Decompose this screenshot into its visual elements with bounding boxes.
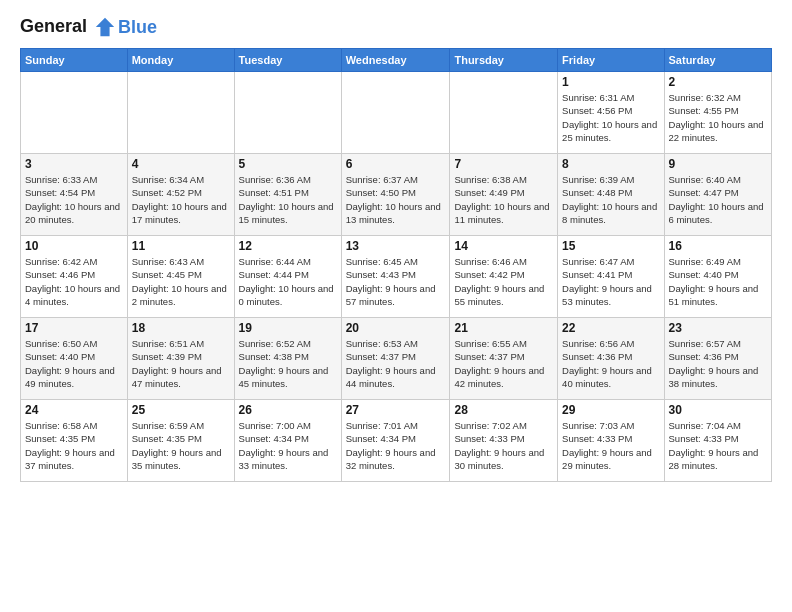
day-info: Sunrise: 6:33 AM Sunset: 4:54 PM Dayligh… <box>25 173 123 226</box>
day-header-saturday: Saturday <box>664 49 771 72</box>
calendar: SundayMondayTuesdayWednesdayThursdayFrid… <box>20 48 772 482</box>
calendar-cell: 27Sunrise: 7:01 AM Sunset: 4:34 PM Dayli… <box>341 400 450 482</box>
day-info: Sunrise: 6:55 AM Sunset: 4:37 PM Dayligh… <box>454 337 553 390</box>
calendar-header-row: SundayMondayTuesdayWednesdayThursdayFrid… <box>21 49 772 72</box>
day-info: Sunrise: 6:34 AM Sunset: 4:52 PM Dayligh… <box>132 173 230 226</box>
day-number: 23 <box>669 321 767 335</box>
day-info: Sunrise: 7:03 AM Sunset: 4:33 PM Dayligh… <box>562 419 659 472</box>
calendar-cell: 1Sunrise: 6:31 AM Sunset: 4:56 PM Daylig… <box>558 72 664 154</box>
day-header-monday: Monday <box>127 49 234 72</box>
calendar-cell: 30Sunrise: 7:04 AM Sunset: 4:33 PM Dayli… <box>664 400 771 482</box>
calendar-cell: 2Sunrise: 6:32 AM Sunset: 4:55 PM Daylig… <box>664 72 771 154</box>
calendar-cell: 23Sunrise: 6:57 AM Sunset: 4:36 PM Dayli… <box>664 318 771 400</box>
day-number: 10 <box>25 239 123 253</box>
day-header-wednesday: Wednesday <box>341 49 450 72</box>
day-number: 4 <box>132 157 230 171</box>
day-number: 7 <box>454 157 553 171</box>
calendar-week-1: 1Sunrise: 6:31 AM Sunset: 4:56 PM Daylig… <box>21 72 772 154</box>
calendar-cell: 25Sunrise: 6:59 AM Sunset: 4:35 PM Dayli… <box>127 400 234 482</box>
svg-marker-0 <box>96 18 114 36</box>
day-info: Sunrise: 7:02 AM Sunset: 4:33 PM Dayligh… <box>454 419 553 472</box>
day-number: 30 <box>669 403 767 417</box>
day-number: 8 <box>562 157 659 171</box>
day-number: 9 <box>669 157 767 171</box>
day-number: 12 <box>239 239 337 253</box>
calendar-cell: 22Sunrise: 6:56 AM Sunset: 4:36 PM Dayli… <box>558 318 664 400</box>
logo-blue: Blue <box>118 17 157 38</box>
calendar-cell <box>21 72 128 154</box>
day-info: Sunrise: 6:53 AM Sunset: 4:37 PM Dayligh… <box>346 337 446 390</box>
day-info: Sunrise: 6:40 AM Sunset: 4:47 PM Dayligh… <box>669 173 767 226</box>
calendar-week-4: 17Sunrise: 6:50 AM Sunset: 4:40 PM Dayli… <box>21 318 772 400</box>
day-info: Sunrise: 7:04 AM Sunset: 4:33 PM Dayligh… <box>669 419 767 472</box>
calendar-cell <box>450 72 558 154</box>
day-info: Sunrise: 6:58 AM Sunset: 4:35 PM Dayligh… <box>25 419 123 472</box>
day-info: Sunrise: 6:47 AM Sunset: 4:41 PM Dayligh… <box>562 255 659 308</box>
day-number: 25 <box>132 403 230 417</box>
calendar-cell: 6Sunrise: 6:37 AM Sunset: 4:50 PM Daylig… <box>341 154 450 236</box>
day-header-sunday: Sunday <box>21 49 128 72</box>
day-number: 17 <box>25 321 123 335</box>
day-number: 28 <box>454 403 553 417</box>
day-header-friday: Friday <box>558 49 664 72</box>
logo: General Blue <box>20 16 157 38</box>
day-info: Sunrise: 6:39 AM Sunset: 4:48 PM Dayligh… <box>562 173 659 226</box>
calendar-cell <box>234 72 341 154</box>
day-info: Sunrise: 6:49 AM Sunset: 4:40 PM Dayligh… <box>669 255 767 308</box>
logo-general: General <box>20 16 87 36</box>
calendar-cell: 5Sunrise: 6:36 AM Sunset: 4:51 PM Daylig… <box>234 154 341 236</box>
calendar-cell: 13Sunrise: 6:45 AM Sunset: 4:43 PM Dayli… <box>341 236 450 318</box>
day-info: Sunrise: 6:36 AM Sunset: 4:51 PM Dayligh… <box>239 173 337 226</box>
day-header-tuesday: Tuesday <box>234 49 341 72</box>
day-number: 2 <box>669 75 767 89</box>
day-number: 5 <box>239 157 337 171</box>
calendar-cell: 21Sunrise: 6:55 AM Sunset: 4:37 PM Dayli… <box>450 318 558 400</box>
day-info: Sunrise: 6:52 AM Sunset: 4:38 PM Dayligh… <box>239 337 337 390</box>
header: General Blue <box>20 16 772 38</box>
calendar-cell: 7Sunrise: 6:38 AM Sunset: 4:49 PM Daylig… <box>450 154 558 236</box>
calendar-cell: 10Sunrise: 6:42 AM Sunset: 4:46 PM Dayli… <box>21 236 128 318</box>
day-info: Sunrise: 6:46 AM Sunset: 4:42 PM Dayligh… <box>454 255 553 308</box>
day-number: 11 <box>132 239 230 253</box>
day-info: Sunrise: 6:31 AM Sunset: 4:56 PM Dayligh… <box>562 91 659 144</box>
day-info: Sunrise: 6:42 AM Sunset: 4:46 PM Dayligh… <box>25 255 123 308</box>
day-info: Sunrise: 7:00 AM Sunset: 4:34 PM Dayligh… <box>239 419 337 472</box>
day-number: 6 <box>346 157 446 171</box>
day-info: Sunrise: 6:57 AM Sunset: 4:36 PM Dayligh… <box>669 337 767 390</box>
calendar-cell: 24Sunrise: 6:58 AM Sunset: 4:35 PM Dayli… <box>21 400 128 482</box>
day-info: Sunrise: 6:32 AM Sunset: 4:55 PM Dayligh… <box>669 91 767 144</box>
calendar-cell: 8Sunrise: 6:39 AM Sunset: 4:48 PM Daylig… <box>558 154 664 236</box>
calendar-cell: 19Sunrise: 6:52 AM Sunset: 4:38 PM Dayli… <box>234 318 341 400</box>
day-number: 13 <box>346 239 446 253</box>
day-number: 15 <box>562 239 659 253</box>
calendar-cell: 16Sunrise: 6:49 AM Sunset: 4:40 PM Dayli… <box>664 236 771 318</box>
day-info: Sunrise: 6:59 AM Sunset: 4:35 PM Dayligh… <box>132 419 230 472</box>
calendar-cell: 11Sunrise: 6:43 AM Sunset: 4:45 PM Dayli… <box>127 236 234 318</box>
day-info: Sunrise: 7:01 AM Sunset: 4:34 PM Dayligh… <box>346 419 446 472</box>
calendar-week-5: 24Sunrise: 6:58 AM Sunset: 4:35 PM Dayli… <box>21 400 772 482</box>
day-number: 27 <box>346 403 446 417</box>
day-info: Sunrise: 6:56 AM Sunset: 4:36 PM Dayligh… <box>562 337 659 390</box>
calendar-cell: 20Sunrise: 6:53 AM Sunset: 4:37 PM Dayli… <box>341 318 450 400</box>
day-number: 22 <box>562 321 659 335</box>
day-info: Sunrise: 6:37 AM Sunset: 4:50 PM Dayligh… <box>346 173 446 226</box>
day-number: 29 <box>562 403 659 417</box>
day-number: 18 <box>132 321 230 335</box>
calendar-week-3: 10Sunrise: 6:42 AM Sunset: 4:46 PM Dayli… <box>21 236 772 318</box>
calendar-cell: 14Sunrise: 6:46 AM Sunset: 4:42 PM Dayli… <box>450 236 558 318</box>
day-info: Sunrise: 6:44 AM Sunset: 4:44 PM Dayligh… <box>239 255 337 308</box>
day-number: 3 <box>25 157 123 171</box>
calendar-cell: 4Sunrise: 6:34 AM Sunset: 4:52 PM Daylig… <box>127 154 234 236</box>
calendar-cell: 26Sunrise: 7:00 AM Sunset: 4:34 PM Dayli… <box>234 400 341 482</box>
day-info: Sunrise: 6:43 AM Sunset: 4:45 PM Dayligh… <box>132 255 230 308</box>
day-number: 1 <box>562 75 659 89</box>
day-number: 16 <box>669 239 767 253</box>
calendar-cell: 3Sunrise: 6:33 AM Sunset: 4:54 PM Daylig… <box>21 154 128 236</box>
day-number: 20 <box>346 321 446 335</box>
day-number: 26 <box>239 403 337 417</box>
day-number: 21 <box>454 321 553 335</box>
page: General Blue SundayMondayTuesdayWednesda… <box>0 0 792 612</box>
calendar-week-2: 3Sunrise: 6:33 AM Sunset: 4:54 PM Daylig… <box>21 154 772 236</box>
calendar-cell: 12Sunrise: 6:44 AM Sunset: 4:44 PM Dayli… <box>234 236 341 318</box>
calendar-cell: 9Sunrise: 6:40 AM Sunset: 4:47 PM Daylig… <box>664 154 771 236</box>
